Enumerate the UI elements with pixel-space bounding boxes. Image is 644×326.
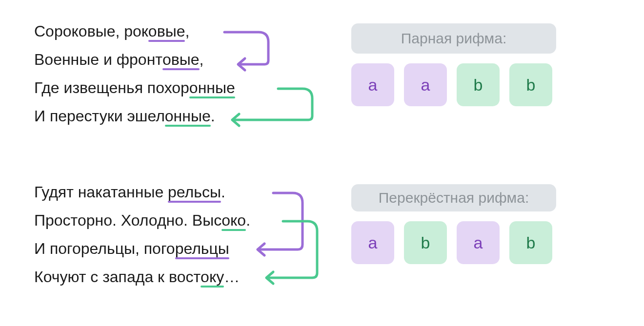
line-post: . xyxy=(246,212,250,228)
rhyme-syllable: рельцы xyxy=(175,241,229,256)
poem-line: Сороковые, роковые, xyxy=(34,23,235,52)
rhyme-title: Перекрёстная рифма: xyxy=(351,184,556,211)
line-pre: И погорельцы, пого xyxy=(34,241,175,256)
line-post: . xyxy=(211,108,215,124)
rhyme-panel-2: Перекрёстная рифма: a b a b xyxy=(351,184,556,264)
rhyme-panel-1: Парная рифма: a a b b xyxy=(351,23,556,106)
scheme-box: a xyxy=(351,63,394,106)
rhyme-syllable: онные xyxy=(165,108,211,124)
line-post: . xyxy=(221,184,225,200)
poem-line: И погорельцы, погорельцы xyxy=(34,241,250,269)
stanza1-poem: Сороковые, роковые, Военные и фронтовые,… xyxy=(34,23,235,136)
line-post: … xyxy=(224,269,240,285)
rhyme-syllable: овые xyxy=(162,52,200,67)
line-post: , xyxy=(200,52,204,67)
scheme-box: b xyxy=(509,63,552,106)
poem-line: Военные и фронтовые, xyxy=(34,52,235,80)
rhyme-syllable: овые xyxy=(148,23,185,39)
poem-line: Кочуют с запада к востоку… xyxy=(34,269,250,297)
rhyme-syllable: оку xyxy=(201,269,224,285)
scheme-box: a xyxy=(457,221,500,264)
line-pre: Военные и фронт xyxy=(34,52,162,67)
line-pre: И перестуки эшел xyxy=(34,108,165,124)
line-pre: Сороковые, рок xyxy=(34,23,148,39)
line-pre: Где извещенья похор xyxy=(34,80,189,96)
rhyme-scheme: a a b b xyxy=(351,63,556,106)
scheme-box: a xyxy=(351,221,394,264)
stanza2-poem: Гудят накатанные рельсы. Просторно. Холо… xyxy=(34,184,250,297)
rhyme-syllable: око xyxy=(221,212,246,228)
rhyme-scheme: a b a b xyxy=(351,221,556,264)
scheme-box: b xyxy=(457,63,500,106)
rhyme-title: Парная рифма: xyxy=(351,23,556,54)
rhyme-syllable: рельсы xyxy=(168,184,221,200)
line-pre: Просторно. Холодно. Выс xyxy=(34,212,221,228)
poem-line: И перестуки эшелонные. xyxy=(34,108,235,136)
poem-line: Гудят накатанные рельсы. xyxy=(34,184,250,212)
scheme-box: b xyxy=(404,221,447,264)
line-pre: Гудят накатанные xyxy=(34,184,168,200)
rhyme-syllable: онные xyxy=(189,80,235,96)
line-post: , xyxy=(185,23,189,39)
poem-line: Где извещенья похоронные xyxy=(34,80,235,108)
scheme-box: a xyxy=(404,63,447,106)
line-pre: Кочуют с запада к вост xyxy=(34,269,201,285)
poem-line: Просторно. Холодно. Высоко. xyxy=(34,212,250,241)
scheme-box: b xyxy=(509,221,552,264)
